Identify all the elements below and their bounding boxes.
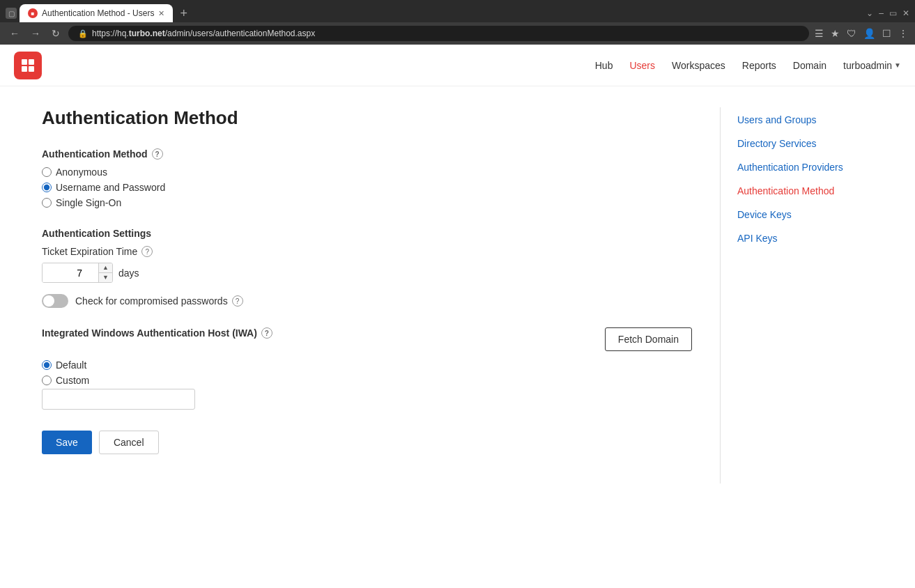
tab-right-controls: ⌄ – ▭ ✕ [866, 8, 909, 18]
url-display: https://hq.turbo.net/admin/users/authent… [92, 29, 315, 38]
auth-method-help-icon[interactable]: ? [152, 148, 163, 160]
minimize-button[interactable]: – [879, 8, 884, 18]
cancel-button[interactable]: Cancel [99, 431, 159, 454]
sidebar-item-users-and-groups[interactable]: Users and Groups [737, 114, 873, 125]
spinner-up-button[interactable]: ▲ [99, 263, 112, 272]
spinner-buttons: ▲ ▼ [98, 263, 112, 282]
admin-dropdown-arrow: ▼ [894, 61, 901, 69]
radio-iwa-default[interactable]: Default [42, 359, 692, 371]
spinner-down-button[interactable]: ▼ [99, 272, 112, 282]
iwa-title: Integrated Windows Authentication Host (… [42, 327, 272, 339]
svg-rect-0 [22, 59, 27, 65]
address-input[interactable]: 🔒 https://hq.turbo.net/admin/users/authe… [68, 26, 809, 41]
tab-bar: ▢ ■ Authentication Method - Users ✕ + ⌄ … [0, 0, 915, 22]
fetch-domain-button[interactable]: Fetch Domain [605, 327, 692, 351]
restore-button[interactable]: ▭ [889, 8, 897, 18]
lock-icon: 🔒 [78, 29, 88, 38]
close-window-button[interactable]: ✕ [902, 8, 909, 18]
iwa-radio-group: Default Custom [42, 359, 692, 386]
sidebar-item-device-keys[interactable]: Device Keys [737, 209, 873, 220]
compromised-passwords-row: Check for compromised passwords ? [42, 294, 692, 308]
save-button[interactable]: Save [42, 431, 92, 454]
radio-username-password[interactable]: Username and Password [42, 182, 692, 193]
days-number-input[interactable] [43, 263, 98, 282]
iwa-help-icon[interactable]: ? [261, 327, 272, 339]
active-tab[interactable]: ■ Authentication Method - Users ✕ [20, 4, 173, 22]
tab-icon-box: ▢ [6, 8, 17, 19]
radio-anonymous[interactable]: Anonymous [42, 167, 692, 178]
browser-right-icons: ☰ ★ 🛡 👤 ☐ ⋮ [815, 28, 908, 39]
ticket-expiry-label: Ticket Expiration Time ? [42, 246, 692, 257]
toggle-knob [43, 295, 54, 307]
radio-username-password-label: Username and Password [56, 182, 165, 193]
nav-admin-dropdown[interactable]: turboadmin ▼ [843, 60, 901, 71]
radio-iwa-custom-input[interactable] [42, 376, 52, 385]
star-icon[interactable]: ★ [831, 28, 840, 39]
app-header: Hub Users Workspaces Reports Domain turb… [0, 45, 915, 86]
radio-anonymous-label: Anonymous [56, 167, 107, 178]
shield-icon[interactable]: 🛡 [847, 28, 856, 39]
menu-icon[interactable]: ⋮ [898, 28, 908, 39]
ticket-expiry-help-icon[interactable]: ? [141, 246, 153, 257]
forward-button[interactable]: → [28, 28, 43, 39]
extensions-icon[interactable]: ☐ [882, 28, 891, 39]
nav-domain[interactable]: Domain [793, 60, 826, 71]
svg-rect-1 [29, 59, 34, 65]
page-title: Authentication Method [42, 107, 692, 129]
profile-icon[interactable]: 👤 [863, 28, 875, 39]
iwa-section: Integrated Windows Authentication Host (… [42, 327, 692, 410]
app-nav: Hub Users Workspaces Reports Domain turb… [595, 60, 901, 71]
new-tab-button[interactable]: + [176, 6, 192, 21]
nav-admin-label: turboadmin [843, 60, 892, 71]
compromised-passwords-label: Check for compromised passwords ? [75, 295, 243, 307]
iwa-header: Integrated Windows Authentication Host (… [42, 327, 692, 351]
svg-rect-2 [22, 66, 27, 72]
auth-settings-section: Authentication Settings Ticket Expiratio… [42, 228, 692, 308]
radio-iwa-default-label: Default [56, 359, 86, 371]
ticket-expiry-input-group: ▲ ▼ days [42, 263, 692, 283]
tab-title: Authentication Method - Users [42, 8, 154, 18]
radio-sso-label: Single Sign-On [56, 197, 121, 208]
days-input-wrapper: ▲ ▼ [42, 263, 113, 283]
sidebar-item-authentication-providers[interactable]: Authentication Providers [737, 162, 873, 173]
radio-username-password-input[interactable] [42, 183, 52, 192]
turbo-logo-icon [20, 58, 36, 73]
radio-iwa-default-input[interactable] [42, 360, 52, 370]
days-label: days [118, 268, 139, 279]
nav-users[interactable]: Users [629, 60, 655, 71]
svg-rect-3 [29, 66, 34, 72]
nav-hub[interactable]: Hub [595, 60, 613, 71]
tab-close-button[interactable]: ✕ [158, 9, 164, 18]
bookmarks-icon[interactable]: ☰ [815, 28, 824, 39]
compromised-passwords-help-icon[interactable]: ? [232, 295, 243, 307]
sidebar-item-authentication-method[interactable]: Authentication Method [737, 185, 873, 196]
radio-iwa-custom[interactable]: Custom [42, 375, 692, 386]
auth-method-section: Authentication Method ? Anonymous Userna… [42, 148, 692, 208]
iwa-custom-input[interactable] [42, 389, 195, 410]
radio-anonymous-input[interactable] [42, 167, 52, 177]
auth-method-label: Authentication Method ? [42, 148, 692, 160]
main-section: Authentication Method Authentication Met… [42, 107, 692, 483]
reload-button[interactable]: ↻ [49, 28, 63, 39]
back-button[interactable]: ← [7, 28, 22, 39]
radio-sso[interactable]: Single Sign-On [42, 197, 692, 208]
right-sidebar: Users and Groups Directory Services Auth… [720, 107, 873, 483]
auth-method-radio-group: Anonymous Username and Password Single S… [42, 167, 692, 208]
tab-favicon: ■ [28, 8, 38, 18]
compromised-passwords-toggle[interactable] [42, 294, 68, 308]
radio-sso-input[interactable] [42, 198, 52, 208]
sidebar-item-directory-services[interactable]: Directory Services [737, 138, 873, 149]
browser-chrome: ▢ ■ Authentication Method - Users ✕ + ⌄ … [0, 0, 915, 45]
auth-settings-label: Authentication Settings [42, 228, 692, 239]
action-row: Save Cancel [42, 431, 692, 454]
sidebar-item-api-keys[interactable]: API Keys [737, 233, 873, 244]
nav-workspaces[interactable]: Workspaces [672, 60, 725, 71]
page-content: Authentication Method Authentication Met… [0, 86, 915, 504]
nav-reports[interactable]: Reports [742, 60, 776, 71]
app-logo [14, 52, 42, 79]
radio-iwa-custom-label: Custom [56, 375, 89, 386]
tab-dropdown-button[interactable]: ⌄ [866, 8, 873, 18]
address-bar-row: ← → ↻ 🔒 https://hq.turbo.net/admin/users… [0, 22, 915, 45]
